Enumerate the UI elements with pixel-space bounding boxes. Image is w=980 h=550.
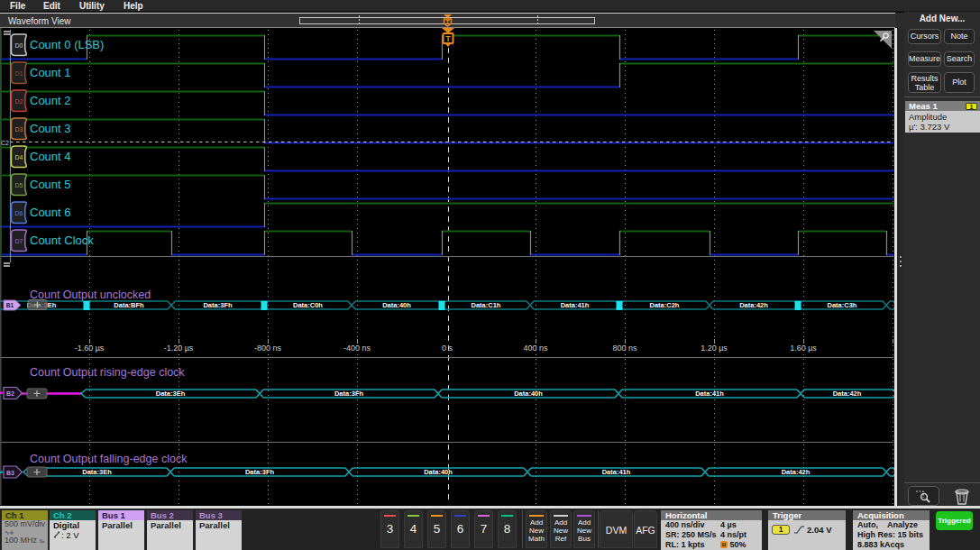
svg-text:Count Output falling-edge cloc: Count Output falling-edge clock (30, 453, 188, 465)
svg-text:Data:C1h: Data:C1h (472, 301, 501, 309)
svg-text:Data:40h: Data:40h (514, 390, 543, 398)
svg-text:-400 ns: -400 ns (343, 344, 371, 353)
svg-text:D7: D7 (15, 238, 23, 244)
svg-text:Data:C3h: Data:C3h (828, 301, 857, 309)
svg-text:1.20 µs: 1.20 µs (701, 344, 728, 353)
svg-text:T: T (445, 34, 451, 43)
svg-text:-1.20 µs: -1.20 µs (164, 344, 194, 353)
svg-text:D5: D5 (15, 182, 23, 188)
svg-text:Data:3Fh: Data:3Fh (245, 468, 275, 476)
svg-text:Count Output unclocked: Count Output unclocked (30, 289, 151, 301)
svg-text:D6: D6 (15, 210, 23, 216)
svg-text:Data:41h: Data:41h (602, 468, 631, 476)
svg-text:T: T (446, 19, 450, 25)
svg-text:Count 6: Count 6 (30, 206, 71, 219)
svg-text:Data:3Eh: Data:3Eh (156, 390, 186, 398)
svg-text:C2: C2 (1, 140, 9, 146)
svg-text:Data:3Fh: Data:3Fh (203, 301, 233, 309)
svg-text:1.60 µs: 1.60 µs (790, 344, 817, 353)
svg-text:B1: B1 (6, 302, 14, 308)
svg-text:B2: B2 (6, 390, 14, 397)
svg-text:-800 ns: -800 ns (254, 344, 282, 353)
svg-text:-1.60 µs: -1.60 µs (75, 344, 105, 353)
svg-text:Data:40h: Data:40h (382, 301, 411, 309)
svg-text:Data:BFh: Data:BFh (114, 301, 144, 309)
svg-text:Count 1: Count 1 (30, 66, 71, 79)
svg-text:Data:C2h: Data:C2h (650, 301, 680, 309)
svg-text:Count 3: Count 3 (30, 122, 71, 135)
svg-text:Count Output rising-edge clock: Count Output rising-edge clock (30, 366, 185, 379)
svg-text:Count 2: Count 2 (30, 94, 71, 107)
svg-text:Data:41h: Data:41h (695, 390, 724, 398)
svg-text:D4: D4 (15, 154, 23, 160)
svg-text:Count 4: Count 4 (30, 150, 71, 163)
svg-text:B3: B3 (6, 470, 14, 476)
svg-text:D2: D2 (15, 98, 23, 105)
svg-text:Count Clock: Count Clock (30, 234, 94, 247)
svg-text:Data:C0h: Data:C0h (293, 301, 323, 309)
svg-text:Data:42h: Data:42h (833, 390, 862, 398)
svg-text:800 ns: 800 ns (612, 344, 637, 353)
svg-text:D0: D0 (15, 42, 23, 49)
svg-text:Data:3Eh: Data:3Eh (82, 468, 112, 476)
svg-text:Data:42h: Data:42h (782, 468, 811, 476)
svg-text:0 s: 0 s (442, 344, 453, 353)
svg-text:Data:40h: Data:40h (424, 468, 453, 476)
svg-text:Count 0 (LSB): Count 0 (LSB) (30, 38, 104, 51)
svg-text:D3: D3 (15, 126, 23, 133)
svg-text:Count 5: Count 5 (30, 178, 71, 191)
svg-text:D1: D1 (15, 70, 23, 77)
svg-text:Data:3Fh: Data:3Fh (334, 390, 364, 398)
svg-text:Data:41h: Data:41h (561, 301, 590, 309)
svg-text:400 ns: 400 ns (523, 344, 548, 353)
svg-text:Data:42h: Data:42h (739, 301, 768, 309)
